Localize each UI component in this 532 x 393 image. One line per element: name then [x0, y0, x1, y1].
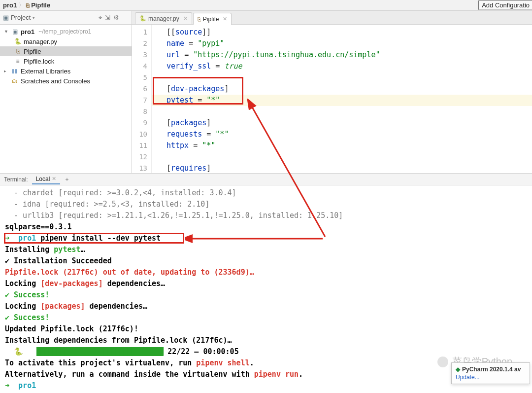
- breadcrumb-root[interactable]: pro1: [3, 1, 17, 9]
- close-icon[interactable]: ✕: [52, 176, 56, 182]
- project-view-label: Project: [11, 14, 31, 21]
- breadcrumb-bar: pro1 〉 ⎘ Pipfile Add Configuratio: [0, 0, 532, 11]
- python-file-icon: 🐍: [14, 38, 22, 45]
- arrow-icon[interactable]: ▼: [4, 29, 9, 34]
- pycharm-icon: ◆: [456, 366, 460, 373]
- close-icon[interactable]: ✕: [223, 16, 227, 22]
- tree-root-path: ~/temp_project/pro1: [38, 28, 91, 35]
- project-icon: ▣: [3, 14, 9, 21]
- tree-scratches[interactable]: 🗂 Scratches and Consoles: [0, 76, 132, 86]
- scratches-icon: 🗂: [11, 77, 19, 84]
- breadcrumb-file[interactable]: ⎘ Pipfile: [26, 1, 50, 9]
- tab-manager-py[interactable]: 🐍 manager.py ✕: [135, 12, 192, 24]
- tree-item-label: manager.py: [24, 38, 57, 45]
- project-tree[interactable]: ▼ ▣ pro1 ~/temp_project/pro1 🐍 manager.p…: [0, 25, 132, 173]
- terminal-tab-label: Local: [36, 176, 50, 182]
- terminal-title: Terminal:: [0, 176, 32, 183]
- tree-item-manager-py[interactable]: 🐍 manager.py: [0, 36, 132, 46]
- locate-icon[interactable]: ⌖: [99, 14, 102, 22]
- tree-item-pipfile-lock[interactable]: ≡ Pipfile.lock: [0, 56, 132, 66]
- terminal-tab-bar: Terminal: Local ✕ +: [0, 174, 532, 185]
- folder-icon: ▣: [11, 28, 19, 35]
- tree-item-label: Scratches and Consoles: [21, 77, 90, 85]
- tab-label: Pipfile: [203, 16, 219, 23]
- project-header: ▣ Project ▾ ⌖ ⇲ ⚙ —: [0, 11, 132, 25]
- project-view-selector[interactable]: ▣ Project ▾: [3, 14, 35, 21]
- update-notification[interactable]: ◆PyCharm 2020.1.4 av Update...: [451, 362, 530, 384]
- tree-item-label: Pipfile.lock: [24, 58, 54, 65]
- library-icon: ⫿⫿: [11, 68, 19, 74]
- add-configuration-button[interactable]: Add Configuratio: [478, 0, 532, 10]
- python-file-icon: 🐍: [139, 15, 146, 22]
- pipfile-icon: ⎘: [14, 48, 22, 55]
- code-content[interactable]: [[source]]name = "pypi"url = "https://py…: [152, 25, 532, 173]
- tree-item-label: External Libraries: [21, 68, 70, 75]
- tree-root[interactable]: ▼ ▣ pro1 ~/temp_project/pro1: [0, 27, 132, 36]
- pipfile-icon: ⎘: [198, 16, 201, 22]
- editor-tab-bar: 🐍 manager.py ✕ ⎘ Pipfile ✕: [132, 11, 532, 25]
- breadcrumb-root-label: pro1: [3, 1, 17, 9]
- hide-icon[interactable]: —: [122, 14, 129, 22]
- breadcrumb-file-label: Pipfile: [31, 1, 50, 9]
- line-number-gutter: 12345678910111213: [132, 25, 152, 173]
- watermark-icon: [437, 357, 448, 367]
- chevron-down-icon: ▾: [33, 15, 35, 20]
- tab-label: manager.py: [148, 15, 179, 22]
- add-terminal-button[interactable]: +: [60, 176, 73, 183]
- tree-item-label: Pipfile: [24, 48, 41, 55]
- breadcrumb-separator: 〉: [19, 1, 24, 9]
- update-title: PyCharm 2020.1.4 av: [462, 366, 521, 373]
- arrow-icon[interactable]: ▸: [4, 69, 9, 73]
- code-editor[interactable]: 12345678910111213 [[source]]name = "pypi…: [132, 25, 532, 173]
- tab-pipfile[interactable]: ⎘ Pipfile ✕: [193, 13, 232, 25]
- text-file-icon: ≡: [14, 58, 22, 65]
- close-icon[interactable]: ✕: [183, 15, 188, 22]
- update-link[interactable]: Update...: [456, 374, 526, 381]
- tree-external-libraries[interactable]: ▸ ⫿⫿ External Libraries: [0, 66, 132, 76]
- gear-icon[interactable]: ⚙: [113, 14, 119, 22]
- tree-root-label: pro1: [21, 28, 34, 36]
- terminal-tab-local[interactable]: Local ✕: [32, 175, 61, 184]
- expand-all-icon[interactable]: ⇲: [105, 14, 110, 22]
- project-tool-window: ▣ Project ▾ ⌖ ⇲ ⚙ — ▼ ▣ pro1 ~/temp_proj…: [0, 11, 132, 173]
- editor-pane: 🐍 manager.py ✕ ⎘ Pipfile ✕ 1234567891011…: [132, 11, 532, 173]
- tree-item-pipfile[interactable]: ⎘ Pipfile: [0, 46, 132, 56]
- pipfile-icon: ⎘: [26, 2, 30, 8]
